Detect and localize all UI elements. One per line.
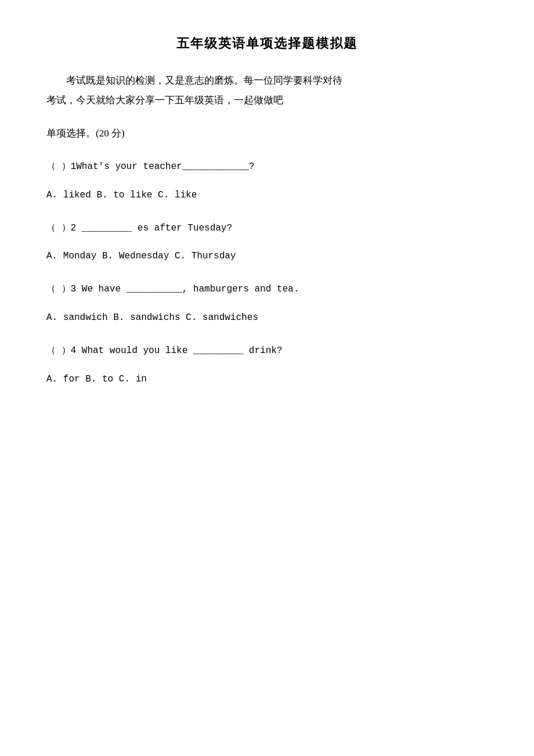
question-2-text: （ ）2 _________ es after Tuesday?: [46, 220, 488, 237]
question-4-text: （ ）4 What would you like _________ drink…: [46, 343, 488, 359]
question-block-4: （ ）4 What would you like _________ drink…: [46, 343, 488, 388]
page-title: 五年级英语单项选择题模拟题: [46, 35, 488, 52]
question-1-options: A. liked B. to like C. like: [46, 187, 488, 204]
question-block-1: （ ）1What's your teacher____________? A. …: [46, 159, 488, 204]
section-label: 单项选择。(20 分): [46, 127, 488, 140]
question-block-3: （ ）3 We have __________, hamburgers and …: [46, 281, 488, 326]
question-4-options: A. for B. to C. in: [46, 371, 488, 388]
question-2-options: A. Monday B. Wednesday C. Thursday: [46, 248, 488, 265]
intro-paragraph: 考试既是知识的检测，又是意志的磨炼。每一位同学要科学对待 考试，今天就给大家分享…: [46, 71, 488, 110]
intro-line1: 考试既是知识的检测，又是意志的磨炼。每一位同学要科学对待: [66, 75, 342, 86]
intro-line2: 考试，今天就给大家分享一下五年级英语，一起做做吧: [46, 95, 283, 106]
question-3-options: A. sandwich B. sandwichs C. sandwiches: [46, 309, 488, 326]
question-3-text: （ ）3 We have __________, hamburgers and …: [46, 281, 488, 298]
question-block-2: （ ）2 _________ es after Tuesday? A. Mond…: [46, 220, 488, 265]
question-1-text: （ ）1What's your teacher____________?: [46, 159, 488, 175]
